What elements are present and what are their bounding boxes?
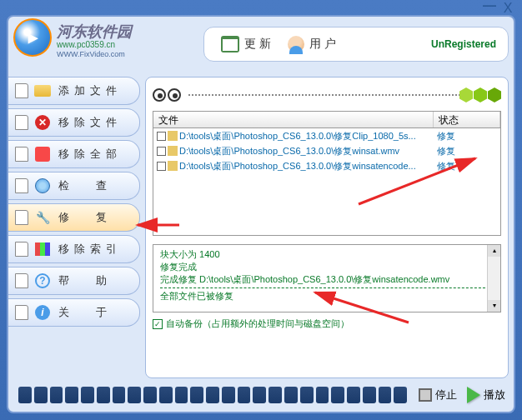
- user-label: 用 户: [309, 37, 336, 52]
- folder-icon: [34, 85, 51, 97]
- scroll-down-icon[interactable]: ▾: [488, 300, 501, 312]
- stop-icon: [419, 388, 432, 402]
- logo-text: 河东软件园: [57, 22, 132, 42]
- globe-icon: [35, 178, 50, 193]
- divider-dots: [188, 94, 459, 96]
- update-button[interactable]: 更 新: [213, 32, 279, 56]
- stop-button[interactable]: 停止: [419, 388, 457, 402]
- file-status: 修复: [434, 130, 500, 142]
- play-button[interactable]: 播放: [467, 387, 505, 403]
- file-path: D:\tools\桌面\Photoshop_CS6_13.0.0\修复Clip_…: [179, 130, 416, 142]
- sidebar-item-label: 检 查: [58, 178, 118, 193]
- checkbox-icon: ✓: [153, 319, 163, 329]
- wrench-icon: 🔧: [33, 209, 52, 226]
- sidebar-item-label: 帮 助: [58, 273, 118, 288]
- scrollbar[interactable]: ▴ ▾: [487, 245, 500, 312]
- progress-bar: [17, 385, 409, 405]
- stop-label: 停止: [435, 388, 457, 402]
- play-icon: [467, 387, 480, 403]
- sidebar-item-add-file[interactable]: 添加文件: [8, 77, 140, 105]
- sidebar-item-label: 移除索引: [58, 242, 122, 257]
- sidebar-item-help[interactable]: ? 帮 助: [8, 267, 140, 295]
- sidebar-item-label: 添加文件: [58, 83, 122, 98]
- auto-backup-label: 自动备份（占用额外的处理时间与磁盘空间）: [166, 318, 349, 330]
- page-icon: [15, 242, 28, 257]
- log-line: 块大小为 1400: [160, 248, 494, 261]
- checkbox[interactable]: [157, 162, 166, 171]
- table-row[interactable]: D:\tools\桌面\Photoshop_CS6_13.0.0\修复Clip_…: [153, 128, 500, 143]
- file-icon: [168, 161, 178, 171]
- index-icon: [35, 242, 50, 256]
- sidebar-item-check[interactable]: 检 查: [8, 172, 140, 200]
- file-icon: [168, 131, 178, 141]
- logo-icon: ▸: [13, 18, 52, 57]
- sidebar-item-label: 修 复: [58, 210, 118, 225]
- hex-icon: [459, 88, 501, 102]
- x-icon: ✕: [35, 115, 50, 130]
- help-icon: ?: [35, 273, 50, 288]
- checkbox[interactable]: [157, 147, 166, 156]
- page-icon: [15, 83, 28, 98]
- page-icon: [15, 115, 28, 130]
- page-icon: [15, 210, 28, 225]
- play-label: 播放: [484, 388, 505, 402]
- file-icon: [168, 146, 178, 156]
- log-line: 完成修复 D:\tools\桌面\Photoshop_CS6_13.0.0\修复…: [160, 273, 494, 286]
- logo-url: www.pc0359.cn: [57, 40, 115, 49]
- calendar-icon: [221, 36, 239, 52]
- file-status: 修复: [434, 160, 500, 172]
- sweep-icon: [35, 147, 50, 162]
- sidebar-item-repair[interactable]: 🔧 修 复: [8, 203, 140, 232]
- info-icon: i: [35, 305, 50, 320]
- page-icon: [15, 147, 28, 162]
- logo-sub: WWW.FixVideo.com: [57, 50, 125, 58]
- file-path: D:\tools\桌面\Photoshop_CS6_13.0.0\修复winsa…: [179, 160, 416, 172]
- auto-backup-checkbox[interactable]: ✓ 自动备份（占用额外的处理时间与磁盘空间）: [153, 318, 501, 330]
- user-button[interactable]: 用 户: [279, 32, 344, 56]
- main-panel: 文件 状态 D:\tools\桌面\Photoshop_CS6_13.0.0\修…: [145, 77, 509, 378]
- file-status: 修复: [434, 145, 500, 158]
- column-header-status[interactable]: 状态: [434, 112, 500, 128]
- scroll-up-icon[interactable]: ▴: [488, 245, 501, 257]
- table-row[interactable]: D:\tools\桌面\Photoshop_CS6_13.0.0\修复winsa…: [153, 143, 500, 158]
- logo-area: ▸ 河东软件园 www.pc0359.cn WWW.FixVideo.com: [12, 17, 187, 67]
- log-divider: [160, 288, 494, 288]
- page-icon: [15, 178, 28, 193]
- page-icon: [15, 273, 28, 288]
- checkbox[interactable]: [157, 132, 166, 141]
- file-table: 文件 状态 D:\tools\桌面\Photoshop_CS6_13.0.0\修…: [153, 111, 501, 236]
- sidebar-item-label: 移除文件: [58, 115, 122, 130]
- sidebar-item-remove-file[interactable]: ✕ 移除文件: [8, 108, 140, 137]
- sidebar-item-label: 关 于: [58, 305, 118, 320]
- sidebar-item-about[interactable]: i 关 于: [8, 298, 140, 327]
- sidebar-item-label: 移除全部: [58, 147, 122, 162]
- log-panel: 块大小为 1400 修复完成 完成修复 D:\tools\桌面\Photosho…: [153, 244, 501, 312]
- registration-status: UnRegistered: [431, 38, 496, 50]
- file-path: D:\tools\桌面\Photoshop_CS6_13.0.0\修复winsa…: [179, 145, 399, 158]
- sidebar: 添加文件 ✕ 移除文件 移除全部 检 查 🔧 修 复: [8, 77, 140, 330]
- log-line: 修复完成: [160, 261, 494, 273]
- column-header-file[interactable]: 文件: [153, 112, 434, 128]
- table-row[interactable]: D:\tools\桌面\Photoshop_CS6_13.0.0\修复winsa…: [153, 158, 500, 173]
- sidebar-item-remove-index[interactable]: 移除索引: [8, 235, 140, 263]
- log-line: 全部文件已被修复: [160, 290, 494, 302]
- user-icon: [288, 36, 304, 52]
- eyes-icon: [153, 88, 181, 102]
- sidebar-item-remove-all[interactable]: 移除全部: [8, 140, 140, 168]
- page-icon: [15, 305, 28, 320]
- update-label: 更 新: [244, 37, 271, 52]
